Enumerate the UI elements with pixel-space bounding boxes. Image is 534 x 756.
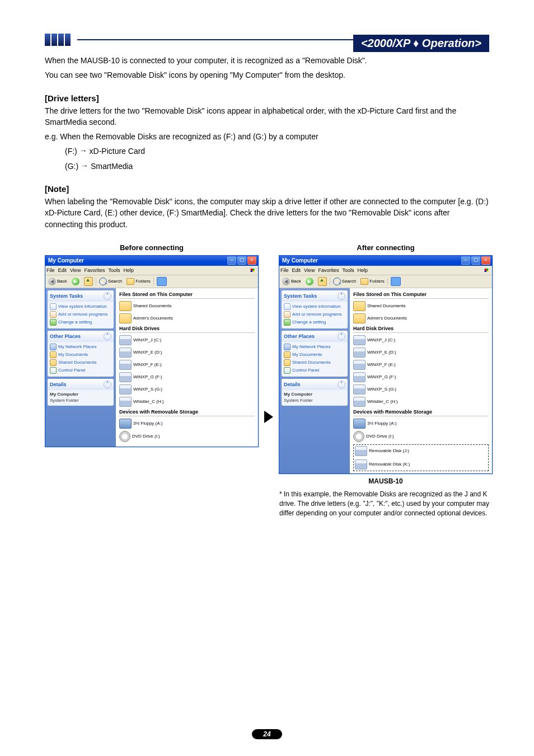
folders-button[interactable]: Folders	[125, 278, 152, 285]
link-network-places[interactable]: My Network Places	[50, 344, 111, 350]
link-change-setting[interactable]: Change a setting	[284, 319, 345, 326]
note-paragraph: When labeling the "Removable Disk" icons…	[45, 196, 489, 230]
item-floppy[interactable]: 3½ Floppy (A:)	[119, 419, 186, 429]
item-admins-documents[interactable]: Admin's Documents	[119, 313, 186, 323]
drive-item[interactable]: WINXP_F (E:)	[119, 360, 186, 370]
item-dvd[interactable]: DVD Drive (I:)	[353, 431, 420, 442]
drive-item[interactable]: WINXP_G (F:)	[353, 372, 420, 382]
system-tasks-header[interactable]: System Tasks˄	[282, 290, 348, 302]
folder-icon	[119, 301, 132, 311]
menu-help[interactable]: Help	[357, 267, 368, 273]
menu-favorites[interactable]: Favorites	[318, 267, 339, 273]
details-header[interactable]: Details˄	[48, 379, 114, 390]
menu-view[interactable]: View	[70, 267, 81, 273]
other-places-header[interactable]: Other Places˄	[282, 331, 348, 342]
menu-file[interactable]: File	[46, 267, 55, 273]
up-button[interactable]	[316, 276, 329, 287]
link-change-setting[interactable]: Change a setting	[50, 319, 111, 326]
up-button[interactable]	[82, 276, 95, 287]
drive-item[interactable]: WINXP_E (D:)	[353, 348, 420, 358]
titlebar: My Computer – ▢ ×	[45, 256, 258, 266]
search-button[interactable]: Search	[331, 277, 358, 286]
views-button[interactable]	[389, 276, 402, 287]
drive-item[interactable]: WINXP_S (G:)	[119, 384, 186, 395]
link-control-panel[interactable]: Control Panel	[50, 367, 111, 374]
link-system-info[interactable]: View system information	[284, 303, 345, 310]
item-admins-documents[interactable]: Admin's Documents	[353, 313, 420, 323]
intro-paragraph-1: When the MAUSB-10 is connected to your c…	[45, 55, 489, 66]
drive-letters-p2: e.g. When the Removable Disks are recogn…	[45, 131, 489, 142]
maximize-button[interactable]: ▢	[237, 256, 246, 265]
dvd-icon	[119, 431, 130, 442]
link-shared-documents[interactable]: Shared Documents	[50, 359, 111, 366]
menu-help[interactable]: Help	[123, 267, 134, 273]
close-button[interactable]: ×	[481, 256, 490, 265]
category-removable: Devices with Removable Storage	[119, 409, 255, 416]
forward-button[interactable]: ►	[70, 277, 81, 286]
link-add-remove[interactable]: Add or remove programs	[284, 311, 345, 318]
menu-file[interactable]: File	[280, 267, 289, 273]
drive-item[interactable]: WINXP_S (G:)	[353, 384, 420, 395]
drive-letters-line2: (G:) → SmartMedia	[65, 161, 489, 172]
drive-item[interactable]: WINXP_E (D:)	[119, 348, 186, 358]
link-control-panel[interactable]: Control Panel	[284, 367, 345, 374]
drive-item[interactable]: Whistler_C (H:)	[119, 397, 186, 407]
intro-paragraph-2: You can see two "Removable Disk" icons b…	[45, 69, 489, 81]
link-system-info[interactable]: View system information	[50, 303, 111, 310]
drive-item[interactable]: WINXP_G (F:)	[119, 372, 186, 382]
item-dvd[interactable]: DVD Drive (I:)	[119, 431, 186, 442]
network-icon	[50, 344, 57, 350]
item-shared-documents[interactable]: Shared Documents	[353, 301, 420, 311]
page-header: <2000/XP ♦ Operation>	[45, 34, 489, 46]
other-places-header[interactable]: Other Places˄	[48, 331, 114, 342]
xp-window-after: My Computer – ▢ × File Edit View Favorit…	[279, 255, 493, 474]
chevron-icon: ˄	[104, 332, 111, 340]
mausb-label: MAUSB-10	[368, 477, 402, 485]
maximize-button[interactable]: ▢	[471, 256, 480, 265]
link-add-remove[interactable]: Add or remove programs	[50, 311, 111, 318]
close-button[interactable]: ×	[247, 256, 256, 265]
arrow-icon: →	[79, 145, 87, 156]
minimize-button[interactable]: –	[461, 256, 470, 265]
item-shared-documents[interactable]: Shared Documents	[119, 301, 186, 311]
drive-item[interactable]: WINXP_J (C:)	[119, 335, 186, 345]
chevron-icon: ˄	[338, 292, 345, 300]
link-my-documents[interactable]: My Documents	[50, 351, 111, 358]
menu-tools[interactable]: Tools	[342, 267, 354, 273]
menu-edit[interactable]: Edit	[292, 267, 301, 273]
logo-icon	[45, 34, 71, 46]
forward-button[interactable]: ►	[304, 277, 315, 286]
search-button[interactable]: Search	[97, 277, 124, 286]
item-floppy[interactable]: 3½ Floppy (A:)	[353, 419, 420, 429]
system-tasks-header[interactable]: System Tasks˄	[48, 290, 114, 302]
item-removable-disk-j[interactable]: Removable Disk (J:)	[355, 446, 422, 456]
category-files: Files Stored on This Computer	[119, 292, 255, 299]
item-removable-disk-k[interactable]: Removable Disk (K:)	[355, 459, 422, 469]
views-button[interactable]	[155, 276, 168, 287]
after-caption: After connecting	[357, 243, 414, 252]
drive-item[interactable]: WINXP_J (C:)	[353, 335, 420, 345]
side-pane: System Tasks˄ View system information Ad…	[45, 288, 116, 447]
drive-item[interactable]: WINXP_F (E:)	[353, 360, 420, 370]
back-button[interactable]: ◄Back	[46, 277, 69, 286]
menu-view[interactable]: View	[304, 267, 315, 273]
menu-edit[interactable]: Edit	[58, 267, 67, 273]
link-my-documents[interactable]: My Documents	[284, 351, 345, 358]
window-title: My Computer	[47, 257, 227, 264]
drive-item[interactable]: Whistler_C (H:)	[353, 397, 420, 407]
dl2-a: (G:)	[65, 162, 78, 171]
views-icon	[157, 277, 167, 286]
floppy-icon	[119, 419, 132, 429]
folder-up-icon	[318, 277, 327, 286]
link-network-places[interactable]: My Network Places	[284, 344, 345, 350]
details-sub: System Folder	[284, 398, 345, 403]
menu-tools[interactable]: Tools	[108, 267, 120, 273]
folders-button[interactable]: Folders	[359, 278, 386, 285]
side-pane: System Tasks˄ View system information Ad…	[279, 288, 350, 473]
link-shared-documents[interactable]: Shared Documents	[284, 359, 345, 366]
details-header[interactable]: Details˄	[282, 379, 348, 390]
minimize-button[interactable]: –	[227, 256, 236, 265]
back-button[interactable]: ◄Back	[280, 277, 303, 286]
menu-favorites[interactable]: Favorites	[84, 267, 105, 273]
details-sub: System Folder	[50, 398, 111, 403]
